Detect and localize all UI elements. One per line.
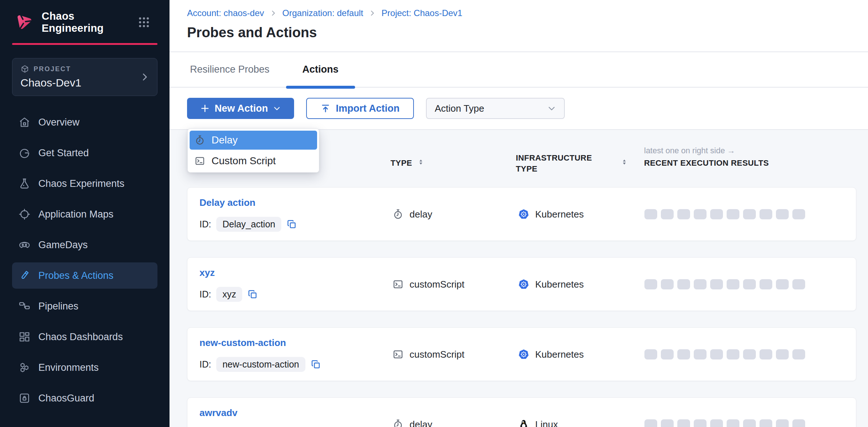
sidebar-item-pipelines[interactable]: Pipelines: [12, 293, 157, 319]
project-selector[interactable]: PROJECT Chaos-Dev1: [12, 58, 157, 96]
sidebar-item-get-started[interactable]: Get Started: [12, 140, 157, 166]
action-id-value: new-custom-action: [216, 357, 305, 372]
stopwatch-icon: [392, 419, 404, 427]
sidebar-item-environments[interactable]: Environments: [12, 354, 157, 381]
execution-result-placeholder: [661, 279, 674, 289]
sort-icon[interactable]: [620, 158, 628, 166]
id-label: ID:: [199, 289, 211, 300]
breadcrumb-link-0[interactable]: Account: chaos-dev: [187, 8, 264, 18]
tab-bar: Resilience Probes Actions: [170, 52, 868, 88]
execution-result-placeholder: [677, 419, 690, 427]
copy-icon[interactable]: [286, 219, 297, 230]
breadcrumb-separator-icon: [270, 9, 277, 17]
action-name-link[interactable]: awrvadv: [199, 407, 237, 419]
sidebar-item-gamedays[interactable]: GameDays: [12, 232, 157, 258]
import-action-label: Import Action: [336, 103, 400, 114]
linux-icon: [518, 419, 529, 427]
breadcrumb-link-2[interactable]: Project: Chaos-Dev1: [381, 8, 462, 18]
sidebar-item-overview[interactable]: Overview: [12, 109, 157, 135]
environments-icon: [18, 361, 31, 374]
action-name-link[interactable]: xyz: [199, 267, 215, 278]
action-name-link[interactable]: Delay action: [199, 197, 255, 208]
sidebar-header: Chaos Engineering: [0, 0, 170, 32]
type-value: delay: [410, 208, 432, 220]
action-id-value: Delay_action: [216, 217, 282, 232]
execution-result-placeholder: [644, 279, 657, 289]
copy-icon[interactable]: [311, 359, 321, 370]
execution-result-placeholder: [776, 419, 789, 427]
action-name-link[interactable]: new-custom-action: [199, 337, 286, 349]
plus-icon: [200, 104, 210, 113]
execution-result-placeholder: [677, 349, 690, 359]
new-action-menu: DelayCustom Script: [187, 128, 319, 173]
type-cell: delay: [392, 208, 432, 220]
menu-item-label: Delay: [212, 134, 238, 146]
sidebar-item-label: Chaos Dashboards: [38, 331, 123, 343]
sidebar-item-probes-actions[interactable]: Probes & Actions: [12, 262, 157, 289]
terminal-icon: [194, 155, 205, 166]
kubernetes-icon: [518, 349, 529, 360]
menu-item-custom-script[interactable]: Custom Script: [190, 151, 317, 170]
import-action-button[interactable]: Import Action: [306, 98, 414, 119]
column-header-infrastructure-type: INFRASTRUCTURE TYPE: [516, 153, 600, 174]
type-cell: customScript: [392, 278, 464, 290]
sidebar-item-chaosguard[interactable]: ChaosGuard: [12, 385, 157, 411]
breadcrumb-separator-icon: [369, 9, 376, 17]
terminal-icon: [392, 349, 404, 360]
sidebar-item-label: Application Maps: [38, 209, 114, 220]
infrastructure-value: Kubernetes: [535, 349, 584, 360]
new-action-label: New Action: [214, 103, 268, 114]
execution-result-placeholder: [644, 349, 657, 359]
recent-execution-results: [644, 279, 805, 289]
action-row-delay-action: Delay action ID: Delay_action delay Kube…: [187, 187, 856, 241]
breadcrumb: Account: chaos-devOrganization: defaultP…: [187, 8, 462, 18]
column-header-type: TYPE: [391, 158, 412, 168]
copy-icon[interactable]: [247, 289, 258, 300]
id-label: ID:: [199, 359, 211, 370]
app-title: Chaos Engineering: [42, 10, 137, 34]
page-header: Account: chaos-devOrganization: defaultP…: [170, 0, 868, 52]
project-cube-icon: [20, 65, 29, 73]
module-switcher-grid-icon[interactable]: [137, 16, 151, 29]
sidebar-item-application-maps[interactable]: Application Maps: [12, 201, 157, 227]
infrastructure-value: Kubernetes: [535, 208, 584, 220]
sidebar-item-chaos-dashboards[interactable]: Chaos Dashboards: [12, 324, 157, 350]
action-id-row: ID: xyz: [199, 287, 258, 302]
action-id-value: xyz: [216, 287, 243, 302]
execution-result-placeholder: [661, 419, 674, 427]
execution-result-placeholder: [661, 349, 674, 359]
execution-result-placeholder: [694, 279, 707, 289]
execution-result-placeholder: [776, 209, 789, 219]
action-type-select[interactable]: Action Type: [426, 98, 565, 119]
tab-actions[interactable]: Actions: [286, 52, 355, 87]
menu-item-label: Custom Script: [212, 155, 276, 167]
execution-result-placeholder: [743, 349, 756, 359]
execution-result-placeholder: [710, 209, 723, 219]
sidebar-item-label: Overview: [38, 117, 80, 128]
execution-result-placeholder: [792, 209, 805, 219]
sort-icon[interactable]: [417, 158, 425, 166]
sidebar-item-chaos-experiments[interactable]: Chaos Experiments: [12, 170, 157, 197]
sidebar-item-label: Pipelines: [38, 301, 79, 312]
type-value: customScript: [410, 278, 464, 290]
menu-item-delay[interactable]: Delay: [190, 131, 317, 150]
infrastructure-cell: Kubernetes: [518, 349, 584, 360]
execution-result-placeholder: [760, 349, 772, 359]
action-row-awrvadv: awrvadv delay Linux: [187, 397, 856, 427]
brand-divider: [12, 43, 157, 45]
project-name: Chaos-Dev1: [20, 77, 149, 89]
execution-result-placeholder: [727, 209, 739, 219]
action-rows: Delay action ID: Delay_action delay Kube…: [187, 187, 856, 427]
execution-result-placeholder: [661, 209, 674, 219]
execution-result-placeholder: [677, 209, 690, 219]
breadcrumb-link-1[interactable]: Organization: default: [282, 8, 363, 18]
probe-icon: [18, 269, 31, 282]
sidebar-item-label: Chaos Experiments: [38, 178, 125, 189]
execution-result-placeholder: [760, 279, 772, 289]
sidebar-nav: OverviewGet StartedChaos ExperimentsAppl…: [0, 109, 170, 411]
tab-resilience-probes[interactable]: Resilience Probes: [190, 52, 286, 87]
new-action-button[interactable]: New Action: [187, 98, 294, 119]
sidebar-item-label: Probes & Actions: [38, 270, 114, 281]
sidebar-item-label: GameDays: [38, 239, 88, 251]
execution-result-placeholder: [694, 419, 707, 427]
